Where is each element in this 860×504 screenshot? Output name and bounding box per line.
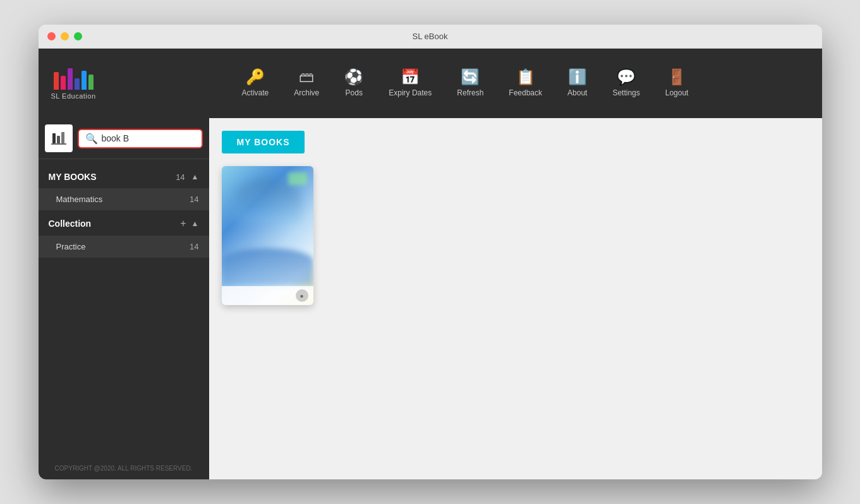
sidebar-item-mathematics[interactable]: Mathematics 14: [39, 188, 209, 210]
books-grid: ●: [222, 166, 809, 305]
mathematics-label: Mathematics: [56, 195, 190, 204]
app-window: SL eBook SL Education 🔑: [39, 25, 822, 479]
nav-items: 🔑 Activate 🗃 Archive ⚽ Pods 📅 Expiry Dat…: [121, 64, 809, 102]
sidebar-section-collection: Collection + ▲ Practice 14: [39, 212, 209, 258]
logout-label: Logout: [665, 88, 689, 97]
top-navigation: SL Education 🔑 Activate 🗃 Archive ⚽ Pods…: [39, 49, 822, 118]
maximize-button[interactable]: [74, 32, 82, 40]
book-cover: [222, 166, 313, 305]
my-books-title: MY BOOKS: [49, 172, 176, 182]
pods-icon: ⚽: [344, 69, 363, 85]
close-button[interactable]: [47, 32, 56, 40]
window-controls: [47, 32, 82, 40]
settings-label: Settings: [612, 88, 639, 97]
nav-refresh[interactable]: 🔄 Refresh: [444, 64, 496, 102]
sidebar-footer: COPYRIGHT @2020. ALL RIGHTS RESERVED.: [39, 457, 209, 479]
minimize-button[interactable]: [61, 32, 69, 40]
feedback-icon: 📋: [516, 69, 535, 85]
archive-label: Archive: [294, 88, 319, 97]
my-books-header: MY BOOKS: [222, 131, 305, 153]
activate-label: Activate: [242, 88, 269, 97]
library-icon: [50, 129, 68, 147]
main-body: 🔍 MY BOOKS 14 ▲ M: [39, 118, 822, 479]
sidebar-section-my-books: MY BOOKS 14 ▲ Mathematics 14: [39, 165, 209, 210]
nav-expiry-dates[interactable]: 📅 Expiry Dates: [376, 64, 444, 102]
collection-chevron-icon: ▲: [191, 219, 199, 228]
logo-bar-1: [54, 72, 59, 90]
refresh-label: Refresh: [457, 88, 483, 97]
sidebar: 🔍 MY BOOKS 14 ▲ M: [39, 118, 209, 479]
search-icon: 🔍: [85, 133, 98, 145]
sidebar-item-practice[interactable]: Practice 14: [39, 236, 209, 258]
practice-label: Practice: [56, 242, 190, 251]
collection-title: Collection: [49, 219, 181, 229]
book-card[interactable]: ●: [222, 166, 313, 305]
green-accent-decoration: [288, 172, 307, 185]
nav-settings[interactable]: 💬 Settings: [600, 64, 652, 102]
nav-about[interactable]: ℹ️ About: [555, 64, 600, 102]
copyright-text: COPYRIGHT @2020. ALL RIGHTS RESERVED.: [55, 465, 193, 472]
refresh-icon: 🔄: [461, 69, 480, 85]
expiry-dates-label: Expiry Dates: [389, 88, 432, 97]
nav-archive[interactable]: 🗃 Archive: [281, 64, 332, 102]
logout-icon: 🚪: [667, 69, 686, 85]
content-area: MY BOOKS ●: [209, 118, 822, 479]
pods-label: Pods: [346, 88, 363, 97]
my-books-section-header[interactable]: MY BOOKS 14 ▲: [39, 165, 209, 188]
logo-bar-2: [61, 76, 66, 90]
nav-activate[interactable]: 🔑 Activate: [229, 64, 282, 102]
expiry-dates-icon: 📅: [401, 69, 420, 85]
book-small-icon: ●: [296, 289, 308, 302]
practice-count: 14: [190, 242, 198, 251]
search-box[interactable]: 🔍: [78, 129, 203, 148]
window-title: SL eBook: [413, 32, 448, 41]
sidebar-logo-icon: [45, 124, 73, 152]
nav-logout[interactable]: 🚪 Logout: [653, 64, 701, 102]
collection-add-icon[interactable]: +: [180, 218, 186, 229]
activate-icon: 🔑: [246, 69, 265, 85]
my-books-count: 14: [176, 172, 185, 182]
svg-rect-2: [61, 132, 64, 143]
svg-rect-0: [52, 133, 56, 143]
about-icon: ℹ️: [568, 69, 587, 85]
svg-rect-1: [57, 136, 60, 143]
logo-label: SL Education: [51, 92, 96, 100]
mathematics-count: 14: [190, 195, 198, 204]
settings-icon: 💬: [617, 69, 636, 85]
logo-bar-6: [88, 75, 94, 90]
nav-pods[interactable]: ⚽ Pods: [332, 64, 376, 102]
logo-bar-3: [68, 68, 73, 90]
book-footer: ●: [222, 286, 313, 305]
logo-bar-4: [75, 78, 80, 90]
sidebar-nav: MY BOOKS 14 ▲ Mathematics 14 Co: [39, 159, 209, 457]
my-books-chevron-icon: ▲: [191, 172, 199, 181]
collection-section-header[interactable]: Collection + ▲: [39, 212, 209, 236]
about-label: About: [567, 88, 587, 97]
logo-area: SL Education: [51, 67, 96, 100]
logo-bar-5: [82, 71, 87, 90]
sidebar-header: 🔍: [39, 118, 209, 159]
search-input[interactable]: [102, 133, 195, 143]
nav-feedback[interactable]: 📋 Feedback: [496, 64, 555, 102]
logo-bars: [54, 67, 94, 90]
app-container: SL Education 🔑 Activate 🗃 Archive ⚽ Pods…: [39, 49, 822, 479]
feedback-label: Feedback: [509, 88, 542, 97]
wave-decoration: [222, 248, 313, 286]
titlebar: SL eBook: [39, 25, 822, 49]
archive-icon: 🗃: [299, 69, 314, 85]
